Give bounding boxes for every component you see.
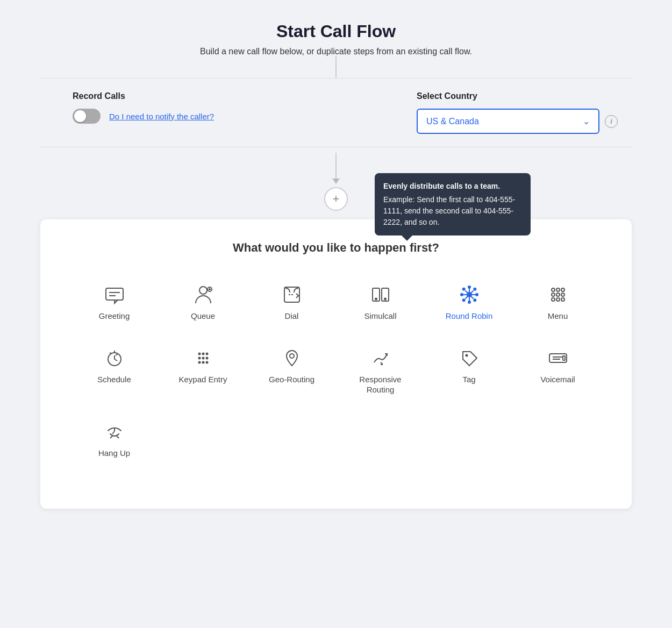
hang-up-label: Hang Up xyxy=(98,448,130,459)
keypad-entry-icon xyxy=(192,347,214,369)
option-geo-routing[interactable]: Geo-Routing xyxy=(250,340,333,403)
option-simulcall[interactable]: Simulcall xyxy=(339,276,422,329)
notify-link[interactable]: Do I need to notify the caller? xyxy=(109,112,214,121)
menu-label: Menu xyxy=(548,311,568,322)
connector-line-title xyxy=(335,56,337,78)
queue-icon xyxy=(192,284,214,305)
svg-point-36 xyxy=(556,298,560,301)
voicemail-icon xyxy=(547,347,569,369)
country-select-wrapper: US & Canada ⌄ i xyxy=(417,109,632,134)
svg-point-49 xyxy=(465,354,468,356)
svg-rect-50 xyxy=(549,354,567,362)
responsive-routing-icon xyxy=(370,347,391,369)
svg-point-3 xyxy=(199,287,207,294)
simulcall-label: Simulcall xyxy=(364,311,396,322)
svg-point-47 xyxy=(205,361,208,363)
option-schedule[interactable]: Schedule xyxy=(73,340,156,403)
svg-point-29 xyxy=(552,288,555,291)
svg-point-39 xyxy=(198,352,201,355)
option-menu[interactable]: Menu xyxy=(516,276,599,329)
record-calls-label: Record Calls xyxy=(73,91,214,101)
svg-point-20 xyxy=(473,298,476,302)
svg-line-25 xyxy=(465,291,468,294)
option-dial[interactable]: Dial xyxy=(250,276,333,329)
svg-point-45 xyxy=(198,361,201,363)
country-value: US & Canada xyxy=(426,117,479,126)
chevron-down-icon: ⌄ xyxy=(583,116,590,126)
greeting-icon xyxy=(104,284,125,305)
tooltip-box: Evenly distribute calls to a team. Examp… xyxy=(375,173,531,236)
subtitle-link[interactable]: duplicate steps from an existing call fl… xyxy=(317,47,472,56)
bottom-divider xyxy=(40,147,632,147)
svg-line-26 xyxy=(470,296,473,299)
tag-label: Tag xyxy=(462,374,475,385)
geo-routing-label: Geo-Routing xyxy=(269,374,314,385)
tooltip-title: Evenly distribute calls to a team. xyxy=(383,181,522,192)
queue-label: Queue xyxy=(191,311,215,322)
svg-point-48 xyxy=(290,354,294,358)
option-greeting[interactable]: Greeting xyxy=(73,276,156,329)
svg-line-27 xyxy=(470,291,473,294)
option-round-robin[interactable]: Round Robin xyxy=(427,276,511,329)
svg-point-17 xyxy=(462,288,465,291)
record-calls-toggle[interactable] xyxy=(73,109,101,124)
option-keypad-entry[interactable]: Keypad Entry xyxy=(161,340,245,403)
schedule-icon xyxy=(104,347,125,369)
svg-point-43 xyxy=(202,356,204,359)
record-calls-section: Record Calls Do I need to notify the cal… xyxy=(73,91,214,124)
record-calls-controls: Do I need to notify the caller? xyxy=(73,109,214,124)
add-step-button[interactable]: + xyxy=(324,187,348,211)
svg-line-28 xyxy=(465,296,468,299)
keypad-entry-label: Keypad Entry xyxy=(178,374,227,385)
option-queue[interactable]: Queue xyxy=(161,276,245,329)
settings-row: Record Calls Do I need to notify the cal… xyxy=(40,78,632,147)
menu-icon xyxy=(547,284,569,305)
svg-point-44 xyxy=(205,356,208,359)
option-tag[interactable]: Tag xyxy=(427,340,511,403)
connector-mid: + Evenly distribute calls to a team. Exa… xyxy=(324,153,348,214)
svg-point-30 xyxy=(556,288,560,291)
country-select-button[interactable]: US & Canada ⌄ xyxy=(417,109,599,134)
dial-label: Dial xyxy=(285,311,299,322)
svg-point-35 xyxy=(552,298,555,301)
card-title: What would you like to happen first? xyxy=(73,241,599,255)
option-hang-up[interactable]: Hang Up xyxy=(73,413,156,466)
svg-point-40 xyxy=(202,352,204,355)
option-responsive-routing[interactable]: ResponsiveRouting xyxy=(339,340,422,403)
page-title: Start Call Flow xyxy=(276,22,396,41)
responsive-routing-label: ResponsiveRouting xyxy=(359,374,401,395)
toggle-track xyxy=(73,109,101,124)
svg-rect-53 xyxy=(563,356,565,360)
svg-point-42 xyxy=(198,356,201,359)
option-voicemail[interactable]: Voicemail xyxy=(516,340,599,403)
svg-rect-0 xyxy=(106,288,123,300)
svg-point-13 xyxy=(468,286,471,289)
select-country-section: Select Country US & Canada ⌄ i xyxy=(417,91,632,134)
svg-point-11 xyxy=(384,298,386,300)
simulcall-icon xyxy=(370,284,391,305)
schedule-label: Schedule xyxy=(97,374,131,385)
tag-icon xyxy=(459,347,480,369)
round-robin-label: Round Robin xyxy=(446,311,493,322)
svg-point-16 xyxy=(475,293,478,296)
info-icon[interactable]: i xyxy=(605,115,618,128)
svg-point-31 xyxy=(561,288,564,291)
svg-point-14 xyxy=(468,301,471,304)
dial-icon xyxy=(281,284,303,305)
tooltip-body: Example: Send the first call to 404-555-… xyxy=(383,194,522,228)
svg-point-12 xyxy=(467,292,471,297)
options-grid: Greeting Queue xyxy=(73,276,599,466)
subtitle-plain: Build a new call flow below, or xyxy=(200,47,317,56)
svg-point-10 xyxy=(375,298,377,300)
geo-routing-icon xyxy=(281,347,303,369)
svg-point-19 xyxy=(462,298,465,302)
voicemail-label: Voicemail xyxy=(540,374,575,385)
svg-point-41 xyxy=(205,352,208,355)
svg-point-15 xyxy=(460,293,463,296)
round-robin-icon xyxy=(459,284,480,305)
hang-up-icon xyxy=(104,421,125,443)
toggle-thumb xyxy=(74,110,86,122)
svg-point-46 xyxy=(202,361,204,363)
connector-line-mid-top xyxy=(335,153,337,180)
select-country-label: Select Country xyxy=(417,91,632,101)
